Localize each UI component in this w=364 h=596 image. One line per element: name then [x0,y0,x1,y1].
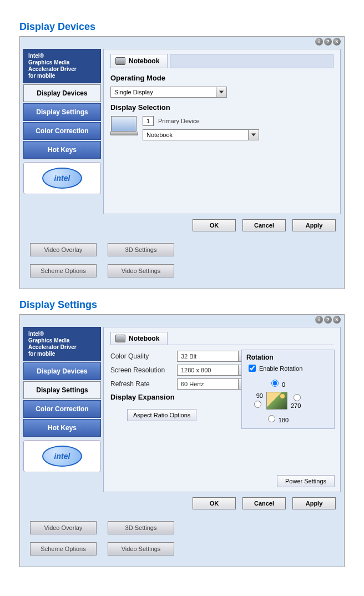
screen-resolution-value: 1280 x 800 [177,365,239,376]
primary-device-number: 1 [143,116,154,126]
sidebar-item-display-devices[interactable]: Display Devices [23,84,101,102]
rotation-label: Rotation [246,353,330,361]
operating-mode-value: Single Display [110,87,216,98]
refresh-rate-value: 60 Hertz [177,378,239,390]
ok-button[interactable]: OK [193,219,236,231]
3d-settings-button[interactable]: 3D Settings [108,521,174,534]
info-icon[interactable]: i [315,38,323,46]
sidebar-item-color-correction[interactable]: Color Correction [23,400,101,418]
refresh-rate-select[interactable]: 60 Hertz [177,378,249,390]
info-icon[interactable]: i [315,316,323,324]
power-settings-button[interactable]: Power Settings [277,475,335,487]
brand-header: Intel® Graphics Media Accelerator Driver… [23,327,101,361]
enable-rotation-text: Enable Rotation [259,365,302,372]
help-icon[interactable]: ? [324,316,332,324]
video-settings-button[interactable]: Video Settings [108,264,174,277]
operating-mode-select[interactable]: Single Display [110,87,227,98]
rotation-preview-icon [266,392,287,410]
video-settings-button[interactable]: Video Settings [108,542,174,555]
video-overlay-button[interactable]: Video Overlay [30,521,97,534]
help-icon[interactable]: ? [324,38,332,46]
brand-header: Intel® Graphics Media Accelerator Driver… [23,49,101,83]
content-area: Notebook Operating Mode Single Display D… [103,49,341,214]
content-area: Notebook Color Quality 32 Bit Screen Res… [103,327,341,492]
close-icon[interactable]: × [333,38,341,46]
primary-device-value: Notebook [143,129,249,140]
3d-settings-button[interactable]: 3D Settings [108,243,174,256]
tab-label: Notebook [129,335,159,342]
rotation-270[interactable]: 270 [291,392,307,409]
screen-resolution-label: Screen Resolution [110,366,171,374]
intel-logo-box: intel [23,440,101,472]
primary-device-label: Primary Device [158,118,200,124]
chevron-down-icon[interactable] [249,129,259,140]
sidebar-item-display-settings[interactable]: Display Settings [23,103,101,121]
laptop-icon [110,116,137,136]
tab-notebook[interactable]: Notebook [110,54,168,68]
sidebar-item-hot-keys[interactable]: Hot Keys [23,141,101,159]
apply-button[interactable]: Apply [292,497,336,509]
color-quality-select[interactable]: 32 Bit [177,351,249,362]
section-heading-display-settings: Display Settings [19,299,345,311]
notebook-icon [115,57,125,65]
color-quality-label: Color Quality [110,352,171,360]
scheme-options-button[interactable]: Scheme Options [30,264,97,277]
color-quality-value: 32 Bit [177,351,239,362]
operating-mode-label: Operating Mode [110,74,333,82]
cancel-button[interactable]: Cancel [242,219,286,231]
tab-notebook[interactable]: Notebook [110,332,168,345]
ok-button[interactable]: OK [193,497,236,509]
screen-resolution-select[interactable]: 1280 x 800 [177,365,249,376]
tab-label: Notebook [129,57,159,65]
sidebar-item-color-correction[interactable]: Color Correction [23,122,101,140]
chevron-down-icon[interactable] [216,87,227,98]
intel-logo-icon: intel [42,446,82,467]
enable-rotation-input[interactable] [249,365,256,372]
aspect-ratio-button[interactable]: Aspect Ratio Options [127,409,196,421]
notebook-icon [115,335,125,342]
sidebar-item-display-settings[interactable]: Display Settings [23,381,101,399]
rotation-90[interactable]: 90 [246,392,263,409]
display-selection-label: Display Selection [110,103,333,112]
primary-device-select[interactable]: Notebook [143,129,259,140]
panel-display-settings: i ? × Intel® Graphics Media Accelerator … [19,314,345,567]
intel-logo-icon: intel [42,168,82,189]
rotation-180[interactable]: 180 [265,413,289,423]
panel-display-devices: i ? × Intel® Graphics Media Accelerator … [19,36,345,289]
sidebar-item-hot-keys[interactable]: Hot Keys [23,419,101,437]
close-icon[interactable]: × [333,316,341,324]
rotation-0[interactable]: 0 [269,378,285,388]
apply-button[interactable]: Apply [292,219,336,231]
tab-empty [170,54,333,68]
intel-logo-box: intel [23,162,101,194]
video-overlay-button[interactable]: Video Overlay [30,243,97,256]
scheme-options-button[interactable]: Scheme Options [30,542,97,555]
refresh-rate-label: Refresh Rate [110,380,171,388]
cancel-button[interactable]: Cancel [242,497,286,509]
sidebar-item-display-devices[interactable]: Display Devices [23,362,101,380]
enable-rotation-checkbox[interactable]: Enable Rotation [246,363,330,373]
sidebar: Intel® Graphics Media Accelerator Driver… [23,49,101,214]
sidebar: Intel® Graphics Media Accelerator Driver… [23,327,101,492]
section-heading-display-devices: Display Devices [19,21,345,33]
rotation-group: Rotation Enable Rotation 0 90 270 180 [241,350,335,429]
